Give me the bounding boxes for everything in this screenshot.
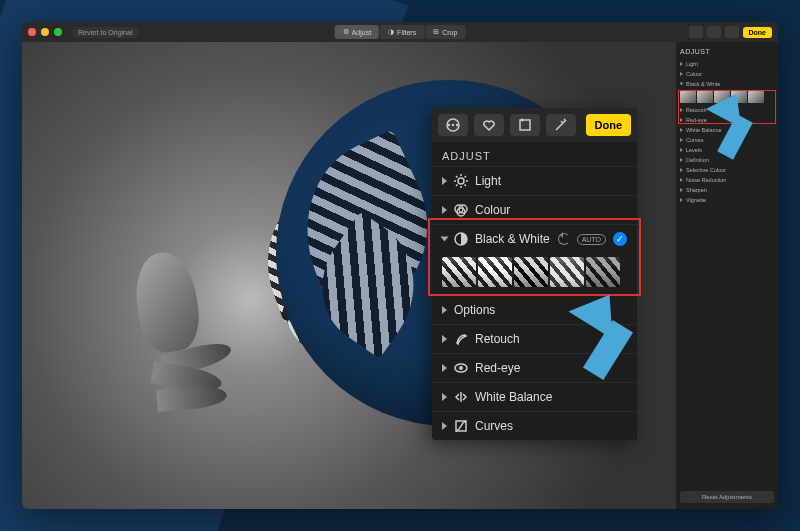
row-light[interactable]: Light xyxy=(432,166,637,195)
row-black-white[interactable]: Black & White AUTO ✓ xyxy=(432,224,637,253)
disclosure-icon xyxy=(680,158,683,162)
sidebar-item-label: Colour xyxy=(686,71,702,77)
tab-crop[interactable]: ⊞Crop xyxy=(425,25,465,39)
mode-tabs: ⚙Adjust ◑Filters ⊞Crop xyxy=(335,25,466,39)
svg-line-10 xyxy=(456,176,458,178)
svg-point-0 xyxy=(448,124,450,126)
disclosure-icon xyxy=(442,393,447,401)
disclosure-icon xyxy=(442,335,447,343)
annotation-arrow-sidebar xyxy=(704,96,774,166)
sidebar-item-noise-reduction[interactable]: Noise Reduction xyxy=(680,175,774,185)
tab-adjust-label: Adjust xyxy=(352,29,371,36)
done-button[interactable]: Done xyxy=(743,27,773,38)
svg-point-1 xyxy=(452,124,454,126)
sidebar-item-vignette[interactable]: Vignette xyxy=(680,195,774,205)
sidebar-item-label: Light xyxy=(686,61,698,67)
tab-filters-label: Filters xyxy=(397,29,416,36)
redeye-icon xyxy=(454,361,468,375)
zoom-panel-toolbar: Done xyxy=(432,108,637,142)
auto-enhance-button[interactable] xyxy=(546,114,576,136)
tab-filters[interactable]: ◑Filters xyxy=(380,25,424,39)
svg-rect-4 xyxy=(520,120,530,130)
toolbar-tool-1[interactable] xyxy=(689,26,703,38)
retouch-icon xyxy=(454,332,468,346)
row-label: Light xyxy=(475,174,627,188)
disclosure-icon xyxy=(680,148,683,152)
sidebar-item-colour[interactable]: Colour xyxy=(680,69,774,79)
sidebar-item-selective-colour[interactable]: Selective Colour xyxy=(680,165,774,175)
light-icon xyxy=(454,174,468,188)
svg-point-5 xyxy=(458,178,464,184)
ellipsis-icon xyxy=(445,117,461,133)
filters-icon: ◑ xyxy=(388,28,394,36)
zoom-adjust-panel: Done ADJUST Light Colour Black & White A… xyxy=(432,108,637,440)
enabled-checkmark[interactable]: ✓ xyxy=(613,232,627,246)
white-balance-icon xyxy=(454,390,468,404)
photo-subject-plant xyxy=(112,252,222,432)
disclosure-icon xyxy=(680,178,683,182)
window-controls xyxy=(28,28,62,36)
disclosure-icon xyxy=(442,422,447,430)
zoom-butterfly xyxy=(290,150,450,350)
sidebar-item-label: Noise Reduction xyxy=(686,177,726,183)
disclosure-icon xyxy=(680,62,683,66)
tab-adjust[interactable]: ⚙Adjust xyxy=(335,25,379,39)
disclosure-icon xyxy=(680,138,683,142)
close-window-button[interactable] xyxy=(28,28,36,36)
undo-icon[interactable] xyxy=(558,233,570,245)
disclosure-icon xyxy=(442,206,447,214)
sliders-icon: ⚙ xyxy=(343,28,349,36)
rotate-icon xyxy=(517,117,533,133)
reset-adjustments-button[interactable]: Reset Adjustments xyxy=(680,491,774,503)
bw-preset-1[interactable] xyxy=(442,257,476,287)
favorite-button[interactable] xyxy=(474,114,504,136)
disclosure-icon xyxy=(441,237,449,242)
disclosure-icon xyxy=(680,128,683,132)
curves-icon xyxy=(454,419,468,433)
more-button[interactable] xyxy=(438,114,468,136)
fullscreen-window-button[interactable] xyxy=(54,28,62,36)
sidebar-item-label: Vignette xyxy=(686,197,706,203)
toolbar-tool-3[interactable] xyxy=(725,26,739,38)
crop-icon: ⊞ xyxy=(433,28,439,36)
tab-crop-label: Crop xyxy=(442,29,457,36)
bw-preset-2[interactable] xyxy=(478,257,512,287)
disclosure-icon xyxy=(680,83,684,86)
disclosure-icon xyxy=(442,306,447,314)
sidebar-item-sharpen[interactable]: Sharpen xyxy=(680,185,774,195)
sidebar-item-label: Selective Colour xyxy=(686,167,726,173)
auto-badge[interactable]: AUTO xyxy=(577,234,606,245)
rotate-button[interactable] xyxy=(510,114,540,136)
colour-icon xyxy=(454,203,468,217)
svg-line-13 xyxy=(465,176,467,178)
row-label: Colour xyxy=(475,203,627,217)
disclosure-icon xyxy=(680,168,683,172)
sidebar-item-light[interactable]: Light xyxy=(680,59,774,69)
titlebar: Revert to Original ⚙Adjust ◑Filters ⊞Cro… xyxy=(22,22,778,42)
zoom-done-button[interactable]: Done xyxy=(586,114,632,136)
sidebar-item-label: Curves xyxy=(686,137,703,143)
toolbar-tool-2[interactable] xyxy=(707,26,721,38)
row-curves[interactable]: Curves xyxy=(432,411,637,440)
svg-line-11 xyxy=(465,185,467,187)
bw-preset-4[interactable] xyxy=(550,257,584,287)
row-label: Curves xyxy=(475,419,627,433)
sidebar-item-black-white[interactable]: Black & White xyxy=(680,79,774,89)
row-label: White Balance xyxy=(475,390,627,404)
row-white-balance[interactable]: White Balance xyxy=(432,382,637,411)
svg-point-19 xyxy=(459,366,463,370)
revert-to-original-button[interactable]: Revert to Original xyxy=(72,27,138,38)
minimize-window-button[interactable] xyxy=(41,28,49,36)
annotation-arrow-zoom xyxy=(568,296,658,386)
disclosure-icon xyxy=(442,177,447,185)
bw-preset-3[interactable] xyxy=(514,257,548,287)
disclosure-icon xyxy=(680,198,683,202)
disclosure-icon xyxy=(442,364,447,372)
svg-point-2 xyxy=(456,124,458,126)
sidebar-item-label: Levels xyxy=(686,147,702,153)
wand-icon xyxy=(553,117,569,133)
row-colour[interactable]: Colour xyxy=(432,195,637,224)
sidebar-item-label: Sharpen xyxy=(686,187,707,193)
sidebar-title: ADJUST xyxy=(680,48,774,55)
black-white-icon xyxy=(454,232,468,246)
